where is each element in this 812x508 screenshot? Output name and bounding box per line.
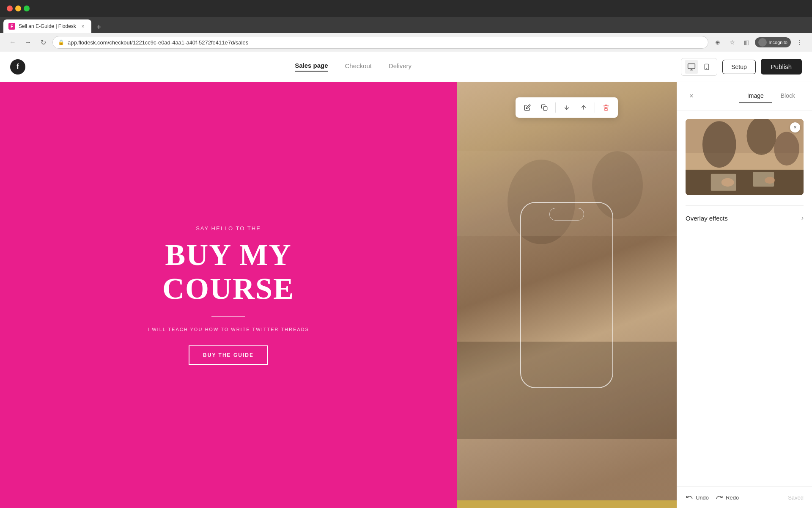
bottom-gold-bar — [457, 500, 677, 508]
overlay-effects-title: Overlay effects — [686, 215, 728, 222]
thumbnail-svg — [686, 119, 804, 195]
favicon-letter: F — [11, 24, 13, 29]
desktop-view-button[interactable] — [685, 60, 698, 74]
svg-rect-0 — [688, 64, 695, 69]
svg-rect-17 — [686, 170, 804, 195]
tab-close-button[interactable]: × — [80, 23, 86, 30]
traffic-lights — [7, 6, 30, 11]
right-panel: × Image Block — [677, 82, 812, 508]
saved-label: Saved — [788, 494, 804, 501]
publish-button[interactable]: Publish — [761, 59, 802, 75]
browser-tab-bar: F Sell an E-Guide | Flodesk × + — [0, 17, 812, 33]
setup-button[interactable]: Setup — [722, 60, 756, 74]
toolbar-right: ⊕ ☆ ▥ Incognito ⋮ — [712, 36, 805, 48]
app-header-right: Setup Publish — [681, 58, 802, 76]
nav-sales-page[interactable]: Sales page — [295, 62, 328, 72]
delete-button[interactable] — [598, 100, 614, 115]
browser-tab-active[interactable]: F Sell an E-Guide | Flodesk × — [3, 19, 91, 33]
move-up-icon — [580, 104, 587, 111]
app: f Sales page Checkout Delivery Setup Pub… — [0, 52, 812, 508]
image-preview-close-button[interactable]: × — [790, 122, 800, 133]
panel-header: × Image Block — [677, 82, 812, 110]
new-tab-button[interactable]: + — [93, 21, 105, 33]
browser-chrome: F Sell an E-Guide | Flodesk × + ← → ↻ 🔒 … — [0, 0, 812, 52]
overlay-effects-header[interactable]: Overlay effects › — [686, 213, 804, 224]
app-body: SAY HELLO TO THE BUY MY COURSE I WILL TE… — [0, 82, 812, 508]
address-bar[interactable]: 🔒 app.flodesk.com/checkout/1221cc9c-e0ad… — [52, 36, 708, 49]
image-preview: × — [686, 119, 804, 195]
svg-point-14 — [702, 121, 736, 168]
panel-body: × Overlay effects › — [677, 110, 812, 486]
toolbar-separator-2 — [595, 102, 595, 113]
svg-point-21 — [765, 177, 775, 184]
redo-label: Redo — [726, 494, 739, 501]
refresh-button[interactable]: ↻ — [37, 36, 49, 48]
overlay-section: Overlay effects › — [686, 205, 804, 224]
main-heading: BUY MY COURSE — [162, 238, 294, 305]
browser-toolbar: ← → ↻ 🔒 app.flodesk.com/checkout/1221cc9… — [0, 33, 812, 52]
move-down-icon — [563, 104, 570, 111]
traffic-red[interactable] — [7, 6, 13, 11]
page-canvas: SAY HELLO TO THE BUY MY COURSE I WILL TE… — [0, 82, 677, 508]
move-up-button[interactable] — [576, 100, 591, 115]
delete-icon — [603, 104, 609, 111]
incognito-label: Incognito — [768, 40, 787, 45]
floating-toolbar — [516, 97, 618, 118]
mobile-icon — [703, 63, 710, 71]
svg-point-20 — [721, 178, 734, 187]
tab-image[interactable]: Image — [739, 89, 772, 103]
device-toggle — [681, 58, 717, 76]
redo-icon — [716, 494, 723, 501]
tab-favicon: F — [8, 23, 15, 30]
canvas-section: SAY HELLO TO THE BUY MY COURSE I WILL TE… — [0, 82, 677, 508]
undo-icon — [686, 494, 693, 501]
tab-block[interactable]: Block — [772, 89, 804, 103]
desktop-icon — [687, 63, 696, 71]
extensions-icon[interactable]: ⊕ — [712, 36, 724, 48]
redo-button[interactable]: Redo — [716, 494, 739, 501]
traffic-green[interactable] — [24, 6, 30, 11]
subtext: I WILL TEACH YOU HOW TO WRITE TWITTER TH… — [148, 327, 309, 332]
traffic-yellow[interactable] — [15, 6, 21, 11]
app-header: f Sales page Checkout Delivery Setup Pub… — [0, 52, 812, 82]
left-content-section[interactable]: SAY HELLO TO THE BUY MY COURSE I WILL TE… — [0, 82, 457, 508]
app-logo: f — [10, 59, 25, 75]
undo-button[interactable]: Undo — [686, 494, 709, 501]
move-down-button[interactable] — [559, 100, 574, 115]
edit-icon — [524, 104, 531, 111]
incognito-badge[interactable]: Incognito — [755, 37, 791, 47]
eyebrow-text: SAY HELLO TO THE — [196, 225, 261, 232]
nav-delivery[interactable]: Delivery — [389, 62, 411, 71]
edit-button[interactable] — [520, 100, 535, 115]
panel-footer: Undo Redo Saved — [677, 486, 812, 508]
app-nav: Sales page Checkout Delivery — [295, 62, 411, 72]
forward-button[interactable]: → — [22, 36, 34, 48]
phone-wireframe — [520, 202, 613, 388]
cta-button[interactable]: BUY THE GUIDE — [189, 345, 268, 365]
undo-label: Undo — [696, 494, 709, 501]
panel-close-button[interactable]: × — [686, 90, 697, 102]
overlay-chevron-icon: › — [801, 214, 804, 222]
tab-title: Sell an E-Guide | Flodesk — [19, 23, 76, 29]
duplicate-icon — [541, 104, 548, 111]
panel-tabs: Image Block — [739, 89, 804, 103]
svg-rect-9 — [543, 107, 547, 110]
mobile-view-button[interactable] — [700, 60, 713, 74]
url-text: app.flodesk.com/checkout/1221cc9c-e0ad-4… — [68, 39, 248, 46]
back-button[interactable]: ← — [7, 36, 19, 48]
menu-icon[interactable]: ⋮ — [793, 36, 805, 48]
nav-checkout[interactable]: Checkout — [345, 62, 372, 71]
browser-titlebar — [0, 0, 812, 17]
duplicate-button[interactable] — [537, 100, 552, 115]
svg-point-16 — [774, 132, 799, 166]
incognito-avatar — [758, 38, 767, 47]
lock-icon: 🔒 — [58, 39, 64, 45]
right-image-section[interactable] — [457, 82, 677, 508]
bookmark-icon[interactable]: ☆ — [726, 36, 738, 48]
image-preview-thumbnail — [686, 119, 804, 195]
sidebar-icon[interactable]: ▥ — [741, 36, 752, 48]
toolbar-separator — [555, 102, 556, 113]
divider-line — [211, 316, 245, 317]
